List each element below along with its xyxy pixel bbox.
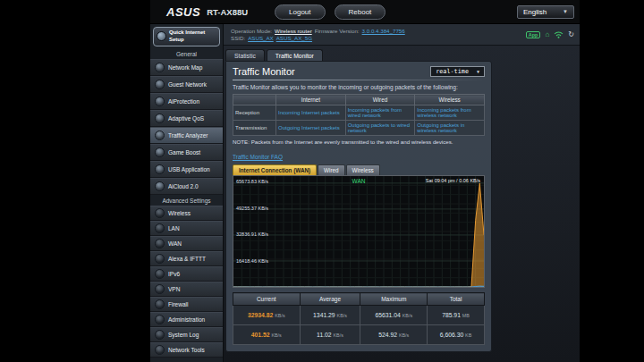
chart-tab-wireless[interactable]: Wireless [346,164,380,175]
wireless-icon [155,208,165,218]
router-admin-page: ASUS RT-AX88U Logout Reboot English ▼ Qu… [150,0,580,362]
sidebar-item-adaptive-qos[interactable]: Adaptive QoS [150,110,223,127]
main-column: Operation Mode: Wireless router Firmware… [224,24,580,362]
sidebar-item-system-log[interactable]: System Log [150,327,223,342]
system-log-icon [155,330,165,340]
network-tools-icon [155,345,165,355]
sidebar: Quick Internet Setup General Network Map… [150,24,224,362]
traffic-chart: 65673.83 KB/s 49255.37 KB/s 32836.91 KB/… [233,175,485,288]
operation-mode-label: Operation Mode: [231,28,272,34]
network-map-icon [155,63,165,72]
stats-row-transmission: 401.52 KB/s 11.02 KB/s 524.92 KB/s 6,606… [233,325,485,345]
reception-internet-link[interactable]: Incoming Internet packets [276,105,346,121]
matrix-row-reception-label: Reception [233,105,276,121]
reboot-button[interactable]: Reboot [335,4,386,20]
matrix-row-transmission-label: Transmission [233,121,276,136]
sidebar-item-wireless[interactable]: Wireless [150,206,223,221]
tab-statistic[interactable]: Statistic [225,49,265,61]
section-title-general: General [150,48,223,59]
stats-row-reception: 32934.82 KB/s 1341.29 KB/s 65631.04 KB/s… [233,306,485,325]
language-label: English [523,8,547,16]
chart-title: WAN [352,178,366,184]
sidebar-item-network-map[interactable]: Network Map [150,59,223,76]
traffic-monitor-faq-link[interactable]: Traffic Monitor FAQ [233,154,283,160]
mode-dropdown[interactable]: real-time ▼ [430,66,485,77]
intro-text: Traffic Monitor allows you to monitor th… [233,84,485,90]
sidebar-item-traffic-analyzer[interactable]: Traffic Analyzer [150,127,223,144]
y-axis-label: 65673.83 KB/s [236,179,268,184]
tab-traffic-monitor[interactable]: Traffic Monitor [267,49,323,61]
language-dropdown[interactable]: English ▼ [517,5,574,19]
usb-application-icon [155,164,165,174]
ssid-5g-link[interactable]: ASUS_AX_5G [276,35,312,41]
logout-button[interactable]: Logout [275,4,325,20]
reception-current: 32934.82 [248,312,273,318]
sidebar-item-guest-network[interactable]: Guest Network [150,76,223,93]
transmission-wireless-link[interactable]: Outgoing packets in wireless network [415,121,485,136]
transmission-wired-link[interactable]: Outgoing packets to wired network [345,121,415,136]
sidebar-item-lan[interactable]: LAN [150,221,223,236]
transmission-total: 6,606.30 [440,332,463,338]
stats-header-current: Current [233,293,301,306]
qis-line2: Setup [169,37,184,42]
sidebar-item-aicloud[interactable]: AiCloud 2.0 [150,178,223,195]
sidebar-item-alexa-ifttt[interactable]: Alexa & IFTTT [150,251,223,266]
administration-icon [155,315,165,324]
packet-matrix-table: Internet Wired Wireless Reception Incomi… [233,94,485,136]
reception-maximum: 65631.04 [375,312,400,318]
sidebar-item-wan[interactable]: WAN [150,236,223,251]
sidebar-item-firewall[interactable]: Firewall [150,297,223,312]
status-bar: Operation Mode: Wireless router Firmware… [224,24,580,46]
chart-tab-wired[interactable]: Wired [318,164,344,175]
smart-home-icon[interactable]: ⌂ [545,31,549,38]
stats-header-average: Average [300,293,360,306]
chart-tabs: Internet Connection (WAN) Wired Wireless [233,164,485,175]
sidebar-item-game-boost[interactable]: Game Boost [150,144,223,161]
firmware-label: Firmware Version: [315,28,360,34]
reception-wireless-link[interactable]: Incoming packets from wireless network [415,105,485,121]
stats-header-total: Total [428,293,485,306]
quick-setup-icon [157,31,166,41]
wifi-status-icon[interactable] [554,30,564,38]
traffic-chart-plot [233,176,484,287]
firmware-update-icon[interactable]: ↻ [568,31,574,38]
traffic-monitor-panel: Traffic Monitor real-time ▼ Traffic Moni… [225,61,492,352]
sidebar-item-usb-application[interactable]: USB Application [150,161,223,178]
sidebar-item-aiprotection[interactable]: AiProtection [150,93,223,110]
vpn-icon [155,284,165,294]
aiprotection-shield-icon [155,97,165,106]
router-model: RT-AX88U [207,7,248,17]
y-axis-label: 49255.37 KB/s [236,206,268,211]
table-row: Transmission Outgoing Internet packets O… [233,121,485,136]
chevron-down-icon: ▼ [477,69,479,74]
reception-wired-link[interactable]: Incoming packets from wired network [345,105,415,121]
quick-internet-setup-button[interactable]: Quick Internet Setup [153,27,220,46]
alexa-ifttt-icon [155,254,165,264]
firmware-version-link[interactable]: 3.0.0.4.384_7756 [362,28,405,34]
aicloud-icon [155,181,165,191]
y-axis-label: 32836.91 KB/s [236,232,268,237]
transmission-internet-link[interactable]: Outgoing Internet packets [276,121,346,136]
page-tabs: Statistic Traffic Monitor [224,46,580,61]
chart-tab-wan[interactable]: Internet Connection (WAN) [233,164,317,175]
guest-network-icon [155,80,165,89]
transmission-maximum: 524.92 [378,332,397,338]
sidebar-item-network-tools[interactable]: Network Tools [150,342,223,358]
router-app-icon[interactable]: App [526,31,541,38]
asus-logo: ASUS [166,5,200,19]
chevron-down-icon: ▼ [563,9,568,14]
firewall-icon [155,299,165,309]
ssid-24g-link[interactable]: ASUS_AX [248,35,274,41]
traffic-analyzer-icon [155,130,165,140]
game-boost-icon [155,147,165,157]
chart-timestamp: Sat 09:04 pm / 0.06 KB/s [426,178,480,183]
table-row: Reception Incoming Internet packets Inco… [233,105,485,121]
top-bar: ASUS RT-AX88U Logout Reboot English ▼ [150,0,580,24]
sidebar-item-ipv6[interactable]: IPv6 [150,266,223,282]
sidebar-item-vpn[interactable]: VPN [150,282,223,297]
advanced-nav-list: Wireless LAN WAN Alexa & IFTTT IPv6 VPN [150,206,223,358]
stats-header-maximum: Maximum [360,293,428,306]
sidebar-item-administration[interactable]: Administration [150,312,223,327]
matrix-header-wireless: Wireless [415,95,485,105]
operation-mode-link[interactable]: Wireless router [275,28,312,34]
